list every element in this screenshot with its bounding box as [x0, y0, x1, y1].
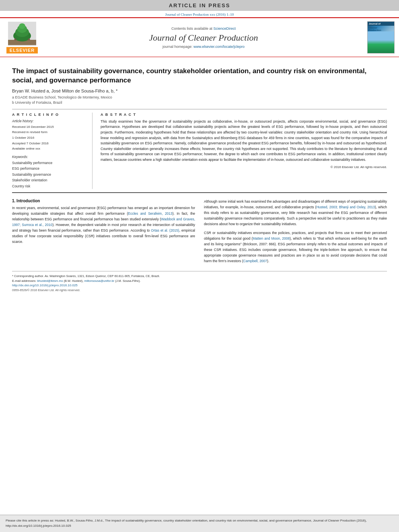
email-label: E-mail addresses: — [12, 279, 36, 283]
contents-text: Contents lists available at — [171, 27, 212, 31]
affiliation-b: b University of Fortaleza, Brazil — [12, 100, 387, 106]
authors-text: Bryan W. Husted a, José Milton de Sousa-… — [12, 88, 117, 93]
cite-bar: Please cite this article in press as: Hu… — [0, 515, 399, 532]
article-history: Article history: Received 16 December 20… — [12, 119, 86, 152]
intro-col-left: 1. Introduction In recent years, environ… — [12, 199, 195, 267]
intro-col-right: Although some initial work has examined … — [204, 199, 387, 267]
history-revised-date: 1 October 2016 — [12, 135, 86, 141]
homepage-url[interactable]: www.elsevier.com/locate/jclepro — [193, 45, 245, 49]
intro-para-1: In recent years, environmental, social a… — [12, 205, 195, 244]
keyword-2: ESG performance — [12, 166, 86, 171]
journal-cover: Journal of CleanerProduction — [367, 21, 395, 53]
ortas-link[interactable]: Ortas et al. (2015) — [151, 228, 179, 232]
abstract-col: A B S T R A C T This study examines how … — [101, 113, 387, 189]
homepage-text: journal homepage: — [162, 45, 193, 49]
homepage-line: journal homepage: www.elsevier.com/locat… — [44, 45, 363, 49]
keywords-section: Keywords: Sustainability performance ESG… — [12, 155, 86, 189]
page: ARTICLE IN PRESS Journal of Cleaner Prod… — [0, 0, 399, 532]
affiliation-a: a EGADE Business School, Tecnologico de … — [12, 95, 387, 101]
article-in-press-banner: ARTICLE IN PRESS — [0, 0, 399, 11]
section-1-heading: 1. Introduction — [12, 199, 195, 203]
authors-line: Bryan W. Husted a, José Milton de Sousa-… — [12, 88, 387, 93]
main-content: 1. Introduction In recent years, environ… — [12, 192, 387, 267]
campbell-link[interactable]: Campbell, 2007 — [243, 259, 267, 263]
svg-point-6 — [14, 38, 16, 40]
cover-top-text: Journal of — [369, 23, 380, 25]
keyword-1: Sustainability performance — [12, 160, 86, 166]
journal-title-center: Contents lists available at ScienceDirec… — [44, 27, 363, 49]
history-accepted: Accepted 7 October 2016 — [12, 141, 86, 146]
waddock-link[interactable]: Waddock and Graves, 1997; Surroca et al.… — [12, 217, 195, 227]
history-received: Received 16 December 2015 — [12, 124, 86, 130]
two-col-section: A R T I C L E I N F O Article history: R… — [12, 109, 387, 189]
journal-meta-top: Journal of Cleaner Production xxx (2016)… — [0, 11, 399, 17]
abstract-text: This study examines how the governance o… — [101, 119, 387, 163]
abstract-header: A B S T R A C T — [101, 113, 387, 117]
email-line: E-mail addresses: bhusted@itesm.mx (B.W.… — [12, 279, 387, 283]
article-info-header: A R T I C L E I N F O — [12, 113, 86, 117]
sciencedirect-link[interactable]: ScienceDirect — [214, 27, 236, 31]
intro-para-3: CSR or sustainability initiatives encomp… — [204, 230, 387, 264]
article-info-col: A R T I C L E I N F O Article history: R… — [12, 113, 93, 189]
history-title: Article history: — [12, 119, 86, 123]
svg-point-5 — [19, 23, 25, 29]
cite-text: Please cite this article in press as: Hu… — [6, 519, 367, 528]
cover-scene — [368, 31, 394, 53]
email2-link[interactable]: miltonsousa@unifor.br — [84, 279, 114, 283]
matten-link[interactable]: Matten and Moon, 2008 — [253, 236, 290, 240]
affiliations: a EGADE Business School, Tecnologico de … — [12, 95, 387, 106]
banner-text: ARTICLE IN PRESS — [169, 2, 230, 8]
corresponding-author-text: * Corresponding author. Av. Washington S… — [12, 274, 160, 278]
journal-header: ELSEVIER Contents lists available at Sci… — [0, 17, 399, 57]
elsevier-tree-svg — [8, 22, 36, 45]
keyword-4: Stakeholder orientation — [12, 177, 86, 183]
journal-meta-text: Journal of Cleaner Production xxx (2016)… — [165, 12, 234, 16]
eccles-link[interactable]: Eccles and Serafeim, 2013 — [128, 212, 173, 216]
svg-point-7 — [28, 38, 30, 40]
cover-top-bar: Journal of — [368, 22, 394, 26]
corresponding-author-note: * Corresponding author. Av. Washington S… — [12, 274, 387, 279]
elsevier-logo: ELSEVIER — [4, 22, 40, 53]
history-revised-label: Received in revised form — [12, 129, 86, 135]
copyright-line: © 2016 Elsevier Ltd. All rights reserved… — [101, 165, 387, 169]
email2-author: (J.M. Sousa-Filho). — [115, 279, 140, 283]
contents-line: Contents lists available at ScienceDirec… — [44, 27, 363, 31]
article-body: The impact of sustainability governance,… — [0, 57, 399, 515]
keyword-5: Country risk — [12, 183, 86, 189]
keyword-3: Sustainability governance — [12, 172, 86, 177]
article-title: The impact of sustainability governance,… — [12, 67, 387, 85]
issn-line: 0959-6526/© 2016 Elsevier Ltd. All right… — [12, 288, 387, 292]
cover-image: Journal of CleanerProduction — [367, 21, 395, 53]
footnotes-area: * Corresponding author. Av. Washington S… — [12, 271, 387, 294]
email1-link[interactable]: bhusted@itesm.mx — [37, 279, 63, 283]
intro-para-2: Although some initial work has examined … — [204, 199, 387, 227]
history-online: Available online xxx — [12, 146, 86, 152]
elsevier-label-text: ELSEVIER — [6, 47, 38, 53]
husted-link[interactable]: Husted, 2003; Bhanji and Oxley, 2013 — [316, 205, 375, 209]
doi-line: http://dx.doi.org/10.1016/j.jclepro.2016… — [12, 283, 387, 287]
journal-main-title: Journal of Cleaner Production — [44, 33, 363, 43]
keywords-title: Keywords: — [12, 155, 86, 159]
doi-link[interactable]: http://dx.doi.org/10.1016/j.jclepro.2016… — [12, 283, 78, 287]
email1-author: (B.W. Husted), — [64, 279, 84, 283]
elsevier-tree-image — [8, 22, 36, 46]
cover-journal-name: CleanerProduction — [368, 26, 394, 31]
